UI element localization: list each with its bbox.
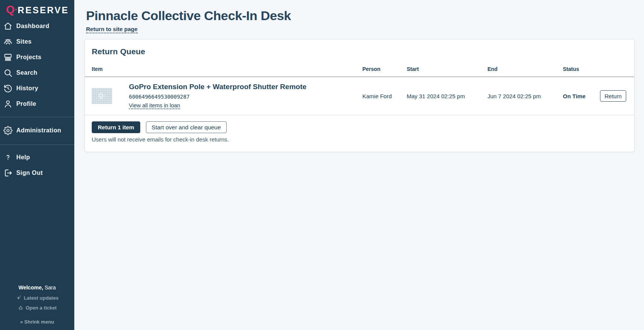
return-queue-title: Return Queue: [85, 39, 634, 61]
latest-updates-label: Latest updates: [24, 295, 59, 301]
queue-footer-note: Users will not receive emails for check-…: [92, 136, 627, 143]
sidebar: Q·RESERVE Dashboard Sites Projects Searc…: [0, 0, 74, 330]
history-clock-icon: [3, 84, 13, 93]
sidebar-item-history[interactable]: History: [0, 80, 74, 96]
people-group-icon: [3, 37, 13, 46]
sidebar-item-sign-out[interactable]: Sign Out: [0, 165, 74, 181]
sidebar-item-label: Profile: [16, 101, 36, 107]
end-cell: Jun 7 2024 02:25 pm: [487, 93, 563, 99]
sidebar-divider: [0, 117, 74, 117]
logout-icon: [3, 168, 13, 178]
status-badge: On Time: [563, 93, 600, 99]
clear-queue-button[interactable]: Start over and clear queue: [146, 121, 227, 133]
item-name: GoPro Extension Pole + Waterproof Shutte…: [129, 83, 307, 91]
item-barcode: 6006496649530009287: [129, 94, 307, 100]
sidebar-item-label: Sign Out: [16, 170, 43, 176]
sparkle-icon: [16, 295, 22, 301]
return-items-button[interactable]: Return 1 item: [92, 121, 140, 133]
sidebar-item-projects[interactable]: Projects: [0, 49, 74, 65]
sidebar-item-label: Administration: [16, 127, 61, 134]
sidebar-item-administration[interactable]: Administration: [0, 122, 74, 139]
person-cell: Kamie Ford: [362, 93, 407, 99]
table-row: Q· GoPro Extension Pole + Waterproof Shu…: [85, 77, 634, 115]
return-row-button[interactable]: Return: [600, 90, 626, 102]
main-content: Pinnacle Collective Check-In Desk Return…: [74, 0, 644, 152]
gear-icon: [3, 126, 13, 135]
sidebar-divider: [0, 145, 74, 145]
home-icon: [3, 22, 13, 31]
sidebar-item-label: Sites: [16, 38, 31, 45]
return-to-site-link[interactable]: Return to site page: [86, 26, 138, 33]
sidebar-item-label: History: [16, 85, 38, 92]
sidebar-item-label: Projects: [16, 54, 41, 61]
sidebar-footer: Welcome, Sara Latest updates Open a tick…: [0, 284, 74, 330]
logo-wordmark: RESERVE: [18, 5, 69, 15]
column-header-item: Item: [92, 66, 362, 72]
start-cell: May 31 2024 02:25 pm: [407, 93, 487, 99]
sidebar-item-sites[interactable]: Sites: [0, 34, 74, 49]
column-header-start: Start: [407, 66, 487, 72]
sidebar-nav: Dashboard Sites Projects Search History …: [0, 17, 74, 181]
sidebar-item-label: Help: [16, 154, 30, 161]
question-icon: [3, 153, 13, 162]
search-icon: [3, 68, 13, 77]
item-thumbnail: Q·: [92, 88, 112, 104]
logo-dot: ·: [15, 4, 18, 14]
action-cell: Return: [600, 90, 627, 102]
page-title: Pinnacle Collective Check-In Desk: [86, 8, 635, 23]
latest-updates-link[interactable]: Latest updates: [0, 295, 74, 301]
qreserve-logo[interactable]: Q·RESERVE: [0, 0, 74, 17]
welcome-text: Welcome, Sara: [0, 284, 74, 291]
return-queue-card: Return Queue Item Person Start End Statu…: [85, 39, 635, 152]
table-header-row: Item Person Start End Status: [85, 61, 634, 77]
person-icon: [3, 99, 13, 108]
queue-footer: Return 1 item Start over and clear queue…: [85, 115, 634, 152]
item-cell: Q· GoPro Extension Pole + Waterproof Shu…: [92, 83, 362, 109]
logo-q-letter: Q: [6, 3, 15, 16]
column-header-status: Status: [563, 66, 600, 72]
welcome-user-name: Sara: [45, 284, 56, 291]
view-all-items-link[interactable]: View all items in loan: [129, 102, 180, 109]
column-header-end: End: [487, 66, 563, 72]
item-thumbnail-placeholder: Q·: [99, 93, 105, 99]
projects-board-icon: [3, 53, 13, 62]
open-ticket-link[interactable]: Open a ticket: [0, 305, 74, 311]
bug-icon: [18, 305, 24, 311]
sidebar-item-dashboard[interactable]: Dashboard: [0, 18, 74, 34]
sidebar-item-help[interactable]: Help: [0, 149, 74, 165]
item-details: GoPro Extension Pole + Waterproof Shutte…: [129, 83, 307, 109]
sidebar-item-label: Dashboard: [16, 23, 49, 30]
column-header-person: Person: [362, 66, 407, 72]
sidebar-item-profile[interactable]: Profile: [0, 96, 74, 112]
sidebar-item-search[interactable]: Search: [0, 65, 74, 80]
shrink-menu-link[interactable]: « Shrink menu: [0, 319, 74, 325]
open-ticket-label: Open a ticket: [26, 305, 57, 311]
sidebar-item-label: Search: [16, 69, 38, 76]
queue-footer-buttons: Return 1 item Start over and clear queue: [92, 121, 627, 133]
welcome-label: Welcome,: [19, 284, 43, 291]
